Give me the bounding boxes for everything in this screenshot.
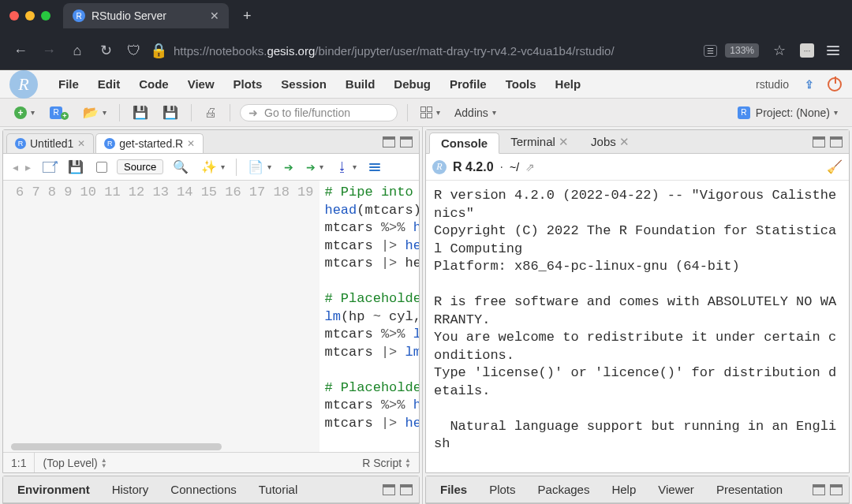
find-icon[interactable]: 🔍: [170, 158, 192, 176]
tab-history[interactable]: History: [101, 480, 160, 499]
back-button[interactable]: ←: [13, 43, 28, 59]
close-icon[interactable]: ✕: [77, 138, 85, 149]
tab-environment[interactable]: Environment: [6, 480, 101, 499]
pane-layout-button[interactable]: ▾: [417, 105, 443, 120]
working-dir[interactable]: ~/: [510, 161, 519, 174]
home-button[interactable]: ⌂: [69, 43, 85, 59]
tab-connections[interactable]: Connections: [159, 480, 247, 499]
source-mode-select[interactable]: Source: [117, 159, 163, 174]
source-tab-untitled[interactable]: R Untitled1 ✕: [6, 133, 94, 153]
browser-tab[interactable]: R RStudio Server ✕: [63, 3, 229, 28]
lock-icon[interactable]: 🔒: [150, 42, 166, 59]
source-statusbar: 1:1 (Top Level) ▲▼ R Script ▲▼: [3, 452, 419, 472]
code-body[interactable]: # Pipe into first argument head(mtcars) …: [320, 181, 419, 452]
menu-plots[interactable]: Plots: [229, 74, 267, 94]
rstudio-logo-icon: R: [9, 70, 38, 99]
new-file-button[interactable]: +▾: [11, 105, 38, 121]
goto-placeholder: Go to file/function: [264, 106, 350, 119]
project-menu[interactable]: RProject: (None) ▾: [734, 105, 841, 121]
code-tools-button[interactable]: ✨▾: [198, 158, 228, 176]
print-button[interactable]: 🖨: [201, 104, 220, 121]
horizontal-scrollbar[interactable]: [11, 443, 222, 450]
minimize-pane-icon[interactable]: [813, 136, 825, 147]
reload-button[interactable]: ↻: [98, 42, 114, 59]
console-output[interactable]: R version 4.2.0 (2022-04-22) -- "Vigorou…: [426, 181, 849, 472]
shield-icon[interactable]: 🛡: [126, 43, 142, 59]
address-bar[interactable]: https://notebooks.gesis.org/binder/jupyt…: [174, 44, 696, 58]
app-menu-button[interactable]: [827, 46, 839, 55]
tab-help[interactable]: Help: [600, 480, 647, 499]
menu-code[interactable]: Code: [134, 74, 174, 94]
new-tab-button[interactable]: +: [237, 8, 258, 24]
open-file-button[interactable]: 📂▾: [80, 103, 110, 121]
source-toolbar: ◂▸ ↗ 💾 Source 🔍 ✨▾ 📄▾ ➔ ➔▾ ⭳▾: [3, 154, 419, 181]
bottom-left-tabs: Environment History Connections Tutorial: [3, 476, 419, 503]
clear-console-button[interactable]: 🧹: [827, 159, 843, 174]
quit-session-button[interactable]: [827, 77, 843, 92]
filetype-selector[interactable]: R Script ▲▼: [362, 457, 411, 469]
tab-terminal[interactable]: Terminal ✕: [499, 132, 580, 152]
addins-button[interactable]: Addins ▾: [451, 105, 499, 121]
tab-label: get-started.R: [119, 137, 183, 150]
pop-out-icon[interactable]: ↗: [39, 160, 58, 174]
tab-presentation[interactable]: Presentation: [705, 480, 794, 499]
nav-back-icon[interactable]: ◂: [9, 162, 21, 173]
goto-file-input[interactable]: ➜ Go to file/function: [240, 104, 398, 121]
tab-console[interactable]: Console: [429, 133, 499, 154]
r-version-label: R 4.2.0: [453, 160, 494, 174]
share-session-icon[interactable]: ⇪: [802, 77, 817, 92]
extension-icon[interactable]: ···: [800, 43, 814, 58]
open-dir-icon[interactable]: ⇗: [525, 161, 535, 174]
tab-viewer[interactable]: Viewer: [647, 480, 705, 499]
maximize-pane-icon[interactable]: [830, 136, 843, 147]
nav-fwd-icon[interactable]: ▸: [22, 162, 33, 173]
minimize-pane-icon[interactable]: [383, 484, 395, 495]
maximize-pane-icon[interactable]: [400, 136, 413, 147]
r-doc-icon: R: [15, 138, 26, 149]
menu-view[interactable]: View: [183, 74, 219, 94]
reader-mode-icon[interactable]: ☰: [704, 45, 717, 57]
source-on-save-checkbox[interactable]: [93, 160, 110, 174]
window-controls[interactable]: [9, 11, 55, 21]
menu-debug[interactable]: Debug: [389, 74, 435, 94]
menu-tools[interactable]: Tools: [501, 74, 541, 94]
tab-files[interactable]: Files: [429, 480, 478, 499]
menu-edit[interactable]: Edit: [93, 74, 125, 94]
cursor-position: 1:1: [11, 457, 26, 469]
menu-build[interactable]: Build: [341, 74, 380, 94]
minimize-pane-icon[interactable]: [813, 484, 825, 495]
tab-plots[interactable]: Plots: [478, 480, 526, 499]
tab-tutorial[interactable]: Tutorial: [248, 480, 308, 499]
bottom-right-tabs: Files Plots Packages Help Viewer Present…: [426, 476, 849, 503]
save-source-button[interactable]: 💾: [65, 158, 87, 176]
source-tab-getstarted[interactable]: R get-started.R ✕: [95, 133, 204, 153]
goto-arrow-icon: ➜: [248, 106, 258, 119]
scope-selector[interactable]: (Top Level) ▲▼: [43, 457, 106, 469]
menu-session[interactable]: Session: [276, 74, 331, 94]
source-button[interactable]: ⭳▾: [333, 159, 360, 176]
forward-button[interactable]: →: [41, 43, 57, 59]
minimize-pane-icon[interactable]: [383, 136, 395, 147]
menu-profile[interactable]: Profile: [445, 74, 491, 94]
run-button[interactable]: ➔: [281, 159, 297, 175]
save-button[interactable]: 💾: [129, 103, 151, 121]
bookmark-button[interactable]: ☆: [772, 42, 787, 59]
save-all-button[interactable]: 💾: [159, 103, 181, 121]
r-favicon-icon: R: [73, 9, 85, 22]
tab-packages[interactable]: Packages: [527, 480, 601, 499]
menu-file[interactable]: File: [54, 74, 84, 94]
maximize-pane-icon[interactable]: [830, 484, 843, 495]
outline-button[interactable]: [366, 162, 383, 173]
tab-jobs[interactable]: Jobs ✕: [580, 132, 641, 152]
zoom-badge[interactable]: 133%: [725, 43, 759, 58]
line-gutter: 6 7 8 9 10 11 12 13 14 15 16 17 18 19: [3, 181, 320, 452]
code-editor[interactable]: 6 7 8 9 10 11 12 13 14 15 16 17 18 19 # …: [3, 181, 419, 452]
menu-help[interactable]: Help: [551, 74, 586, 94]
rerun-button[interactable]: ➔▾: [303, 159, 327, 175]
new-project-button[interactable]: R+: [46, 104, 72, 121]
close-icon[interactable]: ✕: [187, 138, 195, 149]
compile-report-button[interactable]: 📄▾: [245, 158, 275, 176]
close-tab-icon[interactable]: ✕: [210, 9, 219, 22]
browser-tab-title: RStudio Server: [92, 9, 204, 22]
maximize-pane-icon[interactable]: [400, 484, 413, 495]
